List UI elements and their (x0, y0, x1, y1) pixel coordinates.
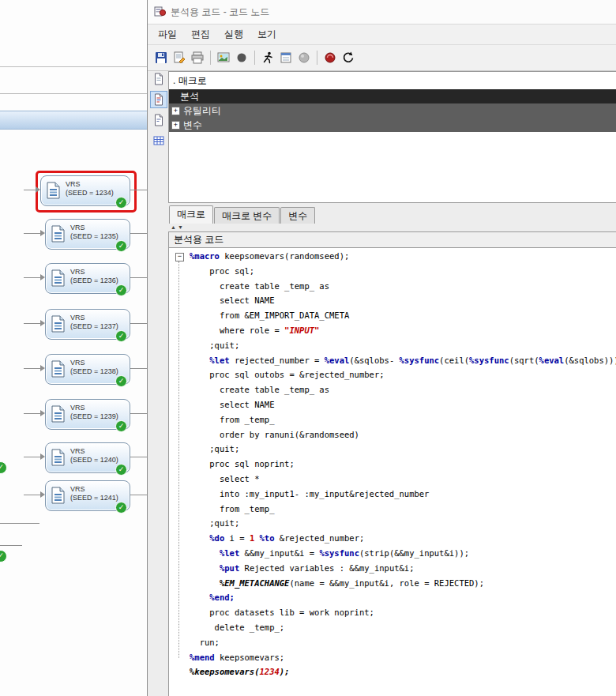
document-icon (51, 405, 65, 423)
tree-item[interactable]: +변수 (169, 118, 616, 132)
connector-line (24, 190, 36, 190)
tab[interactable]: 매크로 변수 (214, 207, 280, 224)
menu-item[interactable]: 실행 (217, 25, 250, 43)
code-line: from &EM_IMPORT_DATA_CMETA (190, 308, 616, 323)
code-line: from _temp_ (190, 412, 616, 427)
sidebar-icon-strip (149, 71, 168, 149)
results-icon[interactable] (277, 49, 295, 66)
connector-line (129, 190, 147, 190)
connector-line (129, 233, 147, 234)
node-subtitle: (SEED = 1234) (66, 189, 114, 197)
macro-page-icon[interactable] (151, 92, 167, 107)
stop-icon[interactable] (295, 49, 313, 66)
code-line: %keepsomevars(1234); (190, 664, 616, 679)
node-title: VRS (70, 224, 85, 231)
code-line: create table _temp_ as (190, 279, 616, 294)
toolbar (148, 45, 616, 71)
screen: ✓ ✓ VRS(SEED = 1234)✓VRS(SEED = 1235)✓VR… (0, 0, 616, 696)
node-subtitle: (SEED = 1236) (70, 277, 118, 284)
success-badge: ✓ (0, 550, 7, 562)
code-line: %let &&my_input&i = %sysfunc(strip(&&my_… (190, 546, 616, 561)
code-lines: %macro keepsomevars(randomseed); proc sq… (190, 249, 616, 679)
vrs-node[interactable]: VRS(SEED = 1239)✓ (45, 399, 130, 430)
collapse-up-icon[interactable]: ▲ (171, 224, 176, 231)
vrs-node[interactable]: VRS(SEED = 1240)✓ (45, 442, 130, 473)
menu-item[interactable]: 보기 (250, 25, 284, 43)
tree-header: . 매크로 (169, 72, 616, 89)
code-line: %do i = 1 %to &rejected_number; (190, 531, 616, 546)
document-icon (51, 487, 65, 504)
expand-icon[interactable]: + (171, 107, 180, 115)
save-icon[interactable] (152, 49, 170, 66)
node-title: VRS (66, 180, 81, 188)
connector-line (129, 413, 147, 414)
connector-line (24, 323, 40, 324)
connector-line (129, 277, 147, 278)
code-line: from _temp_ (190, 502, 616, 517)
node-subtitle: (SEED = 1241) (70, 494, 118, 502)
connector-line (24, 413, 40, 414)
toolbar-separator (210, 51, 211, 65)
success-badge: ✓ (115, 240, 127, 252)
record-icon[interactable] (233, 49, 250, 66)
vrs-node[interactable]: VRS(SEED = 1238)✓ (45, 354, 130, 385)
document-icon (51, 225, 65, 243)
vrs-node[interactable]: VRS(SEED = 1241)✓ (45, 480, 130, 511)
node-title: VRS (70, 404, 85, 412)
code-node-dialog: 분석용 코드 - 코드 노드 파일편집실행보기 . 매크로 분석+유틸리티+변수… (147, 0, 616, 696)
expand-icon[interactable]: + (171, 121, 180, 130)
tree-item-label: 변수 (183, 119, 202, 132)
vrs-node[interactable]: VRS(SEED = 1237)✓ (45, 309, 130, 340)
run-icon[interactable] (259, 49, 276, 66)
sas-icon[interactable] (321, 49, 339, 66)
tab[interactable]: 매크로 (169, 205, 213, 224)
reset-icon[interactable] (340, 49, 357, 66)
code-line: where role = "INPUT" (190, 323, 616, 338)
code-line: %EM_METACHANGE(name = &&my_input&i, role… (190, 576, 616, 591)
fold-minus-icon[interactable]: − (175, 253, 184, 261)
success-badge: ✓ (115, 420, 127, 432)
node-subtitle: (SEED = 1237) (70, 322, 118, 330)
page-icon[interactable] (151, 71, 167, 87)
code-line: %end; (190, 590, 616, 605)
edit-icon[interactable] (171, 49, 188, 66)
node-subtitle: (SEED = 1238) (70, 367, 118, 375)
code-line: %put Rejected variables : &&my_input&i; (190, 561, 616, 576)
tree-item[interactable]: 분석 (169, 89, 616, 103)
page-icon-2[interactable] (151, 112, 167, 128)
title-bar[interactable]: 분석용 코드 - 코드 노드 (148, 0, 616, 24)
node-title: VRS (70, 268, 85, 276)
code-line: proc sql noprint; (190, 457, 616, 472)
code-line: ;quit; (190, 338, 616, 353)
export-icon[interactable] (215, 49, 232, 66)
connector-line (24, 233, 40, 234)
node-subtitle: (SEED = 1239) (70, 412, 118, 420)
code-line: create table _temp_ as (190, 382, 616, 397)
menu-item[interactable]: 파일 (151, 25, 184, 43)
tree-panel[interactable]: . 매크로 분석+유틸리티+변수 (168, 71, 616, 203)
vrs-node[interactable]: VRS(SEED = 1235)✓ (45, 219, 130, 250)
menu-item[interactable]: 편집 (184, 25, 217, 43)
vrs-node[interactable]: VRS(SEED = 1236)✓ (45, 263, 130, 294)
code-area[interactable]: − %macro keepsomevars(randomseed); proc … (168, 248, 616, 696)
dialog-title: 분석용 코드 - 코드 노드 (171, 6, 269, 19)
print-icon[interactable] (189, 49, 206, 66)
window-icon (154, 5, 166, 19)
code-line: ;quit; (190, 442, 616, 457)
tree-item[interactable]: +유틸리티 (169, 103, 616, 118)
vrs-node[interactable]: VRS(SEED = 1234)✓ (40, 175, 130, 206)
code-line: %let rejected_number = %eval(&sqlobs- %s… (190, 353, 616, 368)
tab[interactable]: 변수 (280, 207, 315, 224)
connector-line (129, 368, 147, 369)
grid-icon[interactable] (151, 133, 167, 149)
collapse-down-icon[interactable]: ▼ (178, 224, 183, 231)
code-line: proc sql outobs = &rejected_number; (190, 367, 616, 382)
dialog-body: . 매크로 분석+유틸리티+변수 매크로매크로 변수변수 ▲ ▼ 분석용 코드 … (148, 70, 616, 696)
code-line: ;quit; (190, 516, 616, 531)
menu-bar: 파일편집실행보기 (148, 24, 616, 45)
workflow-canvas[interactable]: ✓ ✓ VRS(SEED = 1234)✓VRS(SEED = 1235)✓VR… (0, 0, 147, 696)
tree-item-label: 분석 (180, 90, 199, 103)
connector-line (24, 495, 40, 495)
connector-line (129, 495, 147, 495)
fold-guide-line (178, 261, 179, 658)
